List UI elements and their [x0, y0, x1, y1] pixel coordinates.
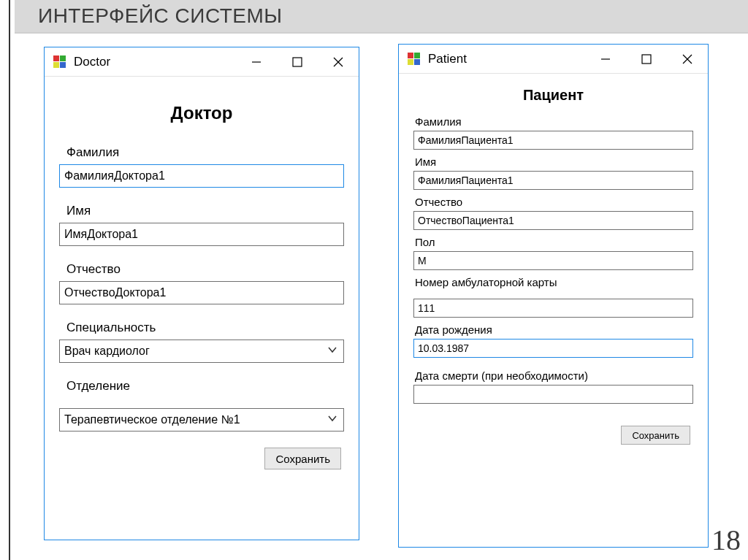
patient-dob-label: Дата рождения: [415, 323, 693, 336]
close-button[interactable]: [667, 45, 708, 74]
doctor-specialty-value: Врач кардиолог: [64, 345, 150, 358]
patient-form: Пациент Фамилия Имя Отчество Пол Номер а…: [399, 74, 708, 445]
patient-dod-input[interactable]: [413, 385, 693, 404]
doctor-window: Doctor Доктор Фамилия Имя Отчество Сп: [44, 47, 359, 540]
patient-firstname-label: Имя: [415, 156, 693, 168]
patient-window-titlebar[interactable]: Patient: [399, 45, 708, 74]
app-icon: [53, 55, 66, 69]
doctor-patronymic-input[interactable]: [59, 281, 344, 304]
patient-cardnum-label: Номер амбулаторной карты: [415, 276, 693, 288]
doctor-window-titlebar[interactable]: Doctor: [45, 47, 359, 77]
patient-patronymic-input[interactable]: [413, 211, 693, 230]
doctor-form-heading: Доктор: [59, 103, 344, 123]
patient-dod-label: Дата смерти (при необходимости): [415, 369, 693, 382]
minimize-button[interactable]: [585, 45, 626, 74]
svg-rect-5: [642, 55, 651, 64]
patient-lastname-input[interactable]: [413, 131, 693, 150]
patient-firstname-input[interactable]: [413, 171, 693, 190]
patient-window: Patient Пациент Фамилия Имя Отчество: [398, 44, 709, 548]
chevron-down-icon: [327, 413, 337, 426]
patient-cardnum-input[interactable]: [413, 299, 693, 318]
decorative-vertical-line: [9, 0, 10, 560]
doctor-specialty-select[interactable]: Врач кардиолог: [59, 340, 344, 363]
doctor-window-title: Doctor: [74, 55, 110, 69]
doctor-department-value: Терапевтическое отделение №1: [64, 413, 240, 426]
minimize-button[interactable]: [236, 47, 277, 77]
patient-patronymic-label: Отчество: [415, 196, 693, 208]
chevron-down-icon: [327, 345, 337, 358]
doctor-firstname-input[interactable]: [59, 223, 344, 246]
doctor-form: Доктор Фамилия Имя Отчество Специальност…: [45, 77, 359, 469]
doctor-specialty-label: Специальность: [66, 321, 344, 335]
patient-save-button[interactable]: Сохранить: [621, 426, 690, 445]
slide-title-bar: ИНТЕРФЕЙС СИСТЕМЫ: [15, 0, 748, 34]
patient-window-title: Patient: [428, 52, 467, 66]
close-button[interactable]: [318, 47, 359, 77]
maximize-button[interactable]: [277, 47, 318, 77]
doctor-firstname-label: Имя: [66, 204, 344, 218]
patient-dob-input[interactable]: [413, 339, 693, 358]
doctor-department-select[interactable]: Терапевтическое отделение №1: [59, 408, 344, 431]
slide-title: ИНТЕРФЕЙС СИСТЕМЫ: [38, 4, 283, 28]
doctor-lastname-input[interactable]: [59, 164, 344, 188]
doctor-lastname-label: Фамилия: [66, 145, 344, 160]
patient-gender-input[interactable]: [413, 251, 693, 270]
patient-gender-label: Пол: [415, 236, 693, 248]
slide-page-number: 18: [711, 523, 741, 557]
maximize-button[interactable]: [626, 45, 667, 74]
patient-lastname-label: Фамилия: [415, 115, 693, 128]
doctor-save-button[interactable]: Сохранить: [264, 448, 341, 469]
doctor-patronymic-label: Отчество: [66, 262, 344, 277]
patient-form-heading: Пациент: [413, 87, 693, 104]
app-icon: [408, 53, 421, 66]
doctor-department-label: Отделение: [66, 379, 344, 394]
svg-rect-1: [293, 58, 302, 66]
